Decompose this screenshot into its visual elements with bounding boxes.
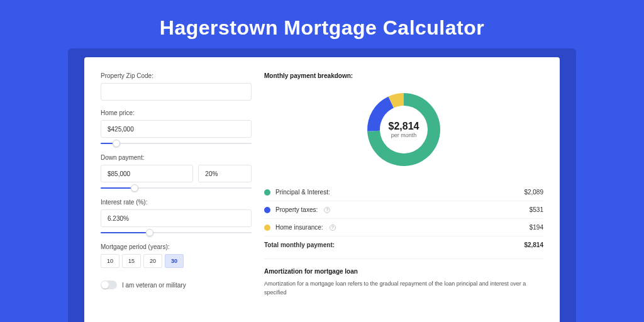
calculator-card: Property Zip Code: Home price: Down paym… [84, 57, 560, 322]
info-icon[interactable]: ? [330, 225, 336, 231]
breakdown-heading: Monthly payment breakdown: [264, 72, 543, 79]
period-label: Mortgage period (years): [101, 243, 252, 250]
amort-body: Amortization for a mortgage loan refers … [264, 280, 543, 297]
legend-name: Home insurance: [275, 224, 323, 231]
rate-input[interactable] [101, 209, 252, 227]
donut-center: $2,814 per month [364, 89, 444, 170]
legend-name: Total monthly payment: [264, 242, 335, 248]
veteran-row: I am veteran or military [101, 280, 252, 289]
slider-fill [101, 232, 146, 233]
legend-value: $2,814 [524, 242, 543, 248]
slider-thumb[interactable] [146, 229, 153, 236]
legend-row-principal: Principal & Interest: $2,089 [264, 184, 543, 201]
down-slider[interactable] [101, 184, 252, 192]
period-option-30[interactable]: 30 [165, 254, 184, 268]
form-column: Property Zip Code: Home price: Down paym… [101, 72, 252, 322]
legend-row-total: Total monthly payment: $2,814 [264, 236, 543, 253]
slider-fill [101, 187, 131, 189]
donut-sub: per month [391, 132, 417, 138]
rate-label: Interest rate (%): [101, 199, 252, 206]
veteran-label: I am veteran or military [122, 282, 186, 289]
legend-name: Property taxes: [275, 206, 318, 213]
slider-thumb[interactable] [113, 140, 120, 147]
content-band: Property Zip Code: Home price: Down paym… [68, 48, 576, 322]
legend-name: Principal & Interest: [275, 189, 330, 196]
period-group: 10 15 20 30 [101, 254, 252, 268]
amort-heading: Amortization for mortgage loan [264, 268, 543, 275]
dot-icon [264, 225, 270, 231]
legend-row-taxes: Property taxes: ? $531 [264, 201, 543, 219]
legend-value: $2,089 [524, 189, 543, 196]
period-option-10[interactable]: 10 [101, 254, 119, 268]
price-label: Home price: [101, 109, 252, 116]
zip-label: Property Zip Code: [101, 72, 252, 79]
page-title: Hagerstown Mortgage Calculator [0, 0, 644, 48]
toggle-knob [101, 281, 109, 289]
down-amount-input[interactable] [101, 165, 193, 182]
legend-value: $194 [530, 224, 543, 231]
donut-container: $2,814 per month [264, 87, 543, 181]
slider-fill [101, 143, 113, 144]
veteran-toggle[interactable] [101, 280, 117, 289]
slider-thumb[interactable] [131, 184, 138, 192]
breakdown-column: Monthly payment breakdown: $2,814 per mo… [264, 72, 543, 322]
info-icon[interactable]: ? [324, 207, 330, 213]
slider-track [101, 143, 252, 144]
price-slider[interactable] [101, 139, 252, 148]
amortization-section: Amortization for mortgage loan Amortizat… [264, 258, 543, 297]
legend-value: $531 [530, 206, 543, 213]
dot-icon [264, 207, 270, 213]
down-percent-input[interactable] [198, 165, 252, 182]
rate-slider[interactable] [101, 228, 252, 237]
period-option-20[interactable]: 20 [143, 254, 162, 268]
zip-input[interactable] [101, 83, 252, 101]
down-label: Down payment: [101, 154, 252, 161]
legend: Principal & Interest: $2,089 Property ta… [264, 184, 543, 253]
donut-amount: $2,814 [389, 121, 419, 132]
dot-icon [264, 189, 270, 196]
donut-chart: $2,814 per month [364, 89, 444, 170]
price-input[interactable] [101, 120, 252, 138]
legend-row-insurance: Home insurance: ? $194 [264, 219, 543, 236]
period-option-15[interactable]: 15 [122, 254, 141, 268]
